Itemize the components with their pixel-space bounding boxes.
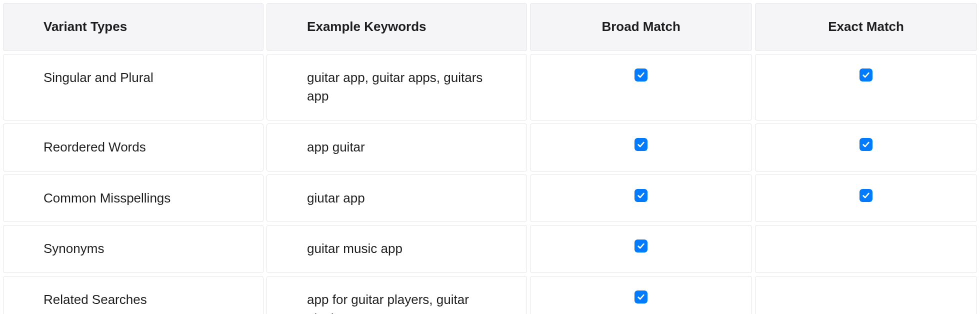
checkmark-icon — [634, 290, 648, 304]
cell-example-keywords: guitar app, guitar apps, guitars app — [266, 54, 527, 120]
cell-variant-type: Related Searches — [3, 276, 264, 314]
table-header-row: Variant Types Example Keywords Broad Mat… — [3, 3, 977, 51]
cell-exact-match — [755, 225, 977, 273]
cell-exact-match — [755, 124, 977, 172]
header-variant-types: Variant Types — [3, 3, 264, 51]
cell-broad-match — [530, 124, 752, 172]
cell-example-keywords: giutar app — [266, 174, 527, 222]
cell-variant-type: Synonyms — [3, 225, 264, 273]
cell-exact-match — [755, 276, 977, 314]
header-example-keywords: Example Keywords — [266, 3, 527, 51]
cell-variant-type: Common Misspellings — [3, 174, 264, 222]
cell-variant-type: Reordered Words — [3, 124, 264, 172]
header-broad-match: Broad Match — [530, 3, 752, 51]
cell-broad-match — [530, 54, 752, 120]
checkmark-icon — [634, 68, 648, 82]
table-row: Reordered Words app guitar — [3, 124, 977, 172]
checkmark-icon — [634, 240, 648, 252]
cell-example-keywords: app guitar — [266, 124, 527, 172]
table-row: Related Searches app for guitar players,… — [3, 276, 977, 314]
cell-example-keywords: guitar music app — [266, 225, 527, 273]
checkmark-icon — [634, 189, 648, 202]
cell-variant-type: Singular and Plural — [3, 54, 264, 120]
table-row: Synonyms guitar music app — [3, 225, 977, 273]
checkmark-icon — [860, 138, 872, 151]
cell-broad-match — [530, 225, 752, 273]
cell-exact-match — [755, 174, 977, 222]
checkmark-icon — [860, 189, 872, 202]
checkmark-icon — [860, 68, 872, 82]
table-row: Common Misspellings giutar app — [3, 174, 977, 222]
cell-broad-match — [530, 276, 752, 314]
checkmark-icon — [634, 138, 648, 151]
cell-example-keywords: app for guitar players, guitar playing a… — [266, 276, 527, 314]
cell-exact-match — [755, 54, 977, 120]
header-exact-match: Exact Match — [755, 3, 977, 51]
table-row: Singular and Plural guitar app, guitar a… — [3, 54, 977, 120]
cell-broad-match — [530, 174, 752, 222]
match-type-table: Variant Types Example Keywords Broad Mat… — [0, 0, 980, 314]
